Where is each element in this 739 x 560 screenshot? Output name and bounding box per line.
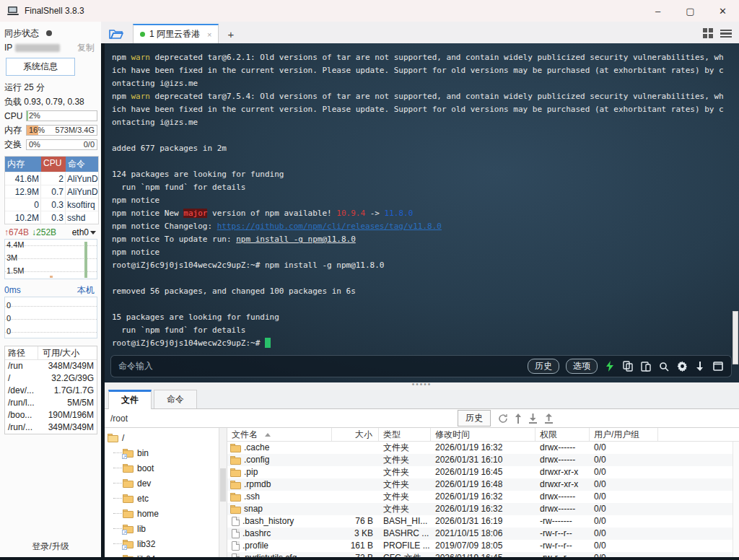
disk-table: 路径 可用/大小 /run348M/349M/32.2G/39G/dev/...… xyxy=(4,346,97,434)
window-mode-icon[interactable] xyxy=(712,361,724,372)
tree-item-lib32[interactable]: ↗lib32 xyxy=(108,536,219,551)
download-rate: ↓252B xyxy=(32,227,56,237)
load-label: 负载 0.93, 0.79, 0.38 xyxy=(4,95,99,109)
sidebar: 同步状态 IP 复制 系统信息 运行 25 分 负载 0.93, 0.79, 0… xyxy=(0,22,101,560)
file-row[interactable]: .profile161 BPROFILE ...2019/07/09 18:05… xyxy=(227,540,739,552)
process-header-cmd[interactable]: 命令 xyxy=(66,157,98,172)
file-column-header[interactable]: 修改时间 xyxy=(431,428,535,441)
process-row[interactable]: 41.6M2AliYunDu xyxy=(5,172,98,185)
terminal-scrollbar[interactable] xyxy=(733,311,738,364)
login-upgrade-link[interactable]: 登录/升级 xyxy=(0,541,101,553)
file-row[interactable]: .pip文件夹2026/01/19 16:45drwxr-xr-x0/0 xyxy=(227,466,739,478)
copy-ip-button[interactable]: 复制 xyxy=(77,42,95,54)
system-info-button[interactable]: 系统信息 xyxy=(6,58,75,76)
process-row[interactable]: 12.9M0.7AliYunDu xyxy=(5,185,98,198)
terminal-line: run `npm fund` for details xyxy=(112,324,739,337)
history-button[interactable]: 历史 xyxy=(528,359,559,374)
window-bottom-edge xyxy=(0,557,739,560)
parent-directory-icon[interactable] xyxy=(515,414,522,424)
search-icon[interactable] xyxy=(658,361,670,372)
disk-header-path[interactable]: 路径 xyxy=(5,346,38,359)
tab-close-icon[interactable]: × xyxy=(207,30,211,39)
terminal-line: npm notice xyxy=(112,194,739,207)
command-input[interactable]: 命令输入 xyxy=(118,360,153,372)
file-row[interactable]: .bashrc3 KBBASHRC ...2021/10/15 18:06-rw… xyxy=(227,528,739,540)
ip-label: IP xyxy=(4,43,12,53)
minimize-button[interactable]: – xyxy=(642,0,674,22)
terminal-line: npm notice To update run: npm install -g… xyxy=(112,233,739,246)
process-row[interactable]: 00.3ksoftirq xyxy=(5,198,98,211)
disk-row[interactable]: /run348M/349M xyxy=(5,360,97,372)
panel-splitter[interactable]: ••••• xyxy=(105,382,739,390)
layout-grid-icon[interactable] xyxy=(703,28,713,38)
terminal-line: npm warn deprecated tar@6.2.1: Old versi… xyxy=(112,51,739,64)
file-row[interactable]: .ssh文件夹2026/01/19 16:32drwx------0/0 xyxy=(227,491,739,503)
tree-item-dev[interactable]: dev xyxy=(108,476,219,491)
interface-selector[interactable]: eth0 xyxy=(72,227,96,237)
tree-item-boot[interactable]: boot xyxy=(108,460,219,476)
file-column-header[interactable]: 文件名 xyxy=(227,428,332,441)
file-row[interactable]: .config文件夹2026/01/31 16:10drwx------0/0 xyxy=(227,454,739,466)
terminal[interactable]: npm warn deprecated tar@6.2.1: Old versi… xyxy=(105,43,739,382)
tree-scrollbar[interactable] xyxy=(219,428,227,560)
process-table-header[interactable]: 内存 CPU 命令 xyxy=(5,157,98,172)
disk-row[interactable]: /dev/...1.7G/1.7G xyxy=(5,385,97,397)
path-history-button[interactable]: 历史 xyxy=(458,410,491,426)
file-column-header[interactable]: 类型 xyxy=(379,428,431,441)
file-table: 文件名大小类型修改时间权限用户/用户组 .cache文件夹2026/01/19 … xyxy=(227,428,739,560)
download-icon[interactable] xyxy=(528,414,538,424)
tab-commands[interactable]: 命令 xyxy=(154,390,197,408)
terminal-line: run `npm fund` for details xyxy=(112,181,739,194)
file-table-header[interactable]: 文件名大小类型修改时间权限用户/用户组 xyxy=(227,428,739,442)
net-graph-blip xyxy=(50,276,53,278)
disk-row[interactable]: /boo...190M/196M xyxy=(5,409,97,421)
disk-header-size[interactable]: 可用/大小 xyxy=(38,346,97,359)
file-row[interactable]: snap文件夹2026/01/19 16:32drwx------0/0 xyxy=(227,503,739,515)
file-row[interactable]: .cache文件夹2026/01/19 16:32drwx------0/0 xyxy=(227,442,739,454)
terminal-output: npm warn deprecated tar@6.2.1: Old versi… xyxy=(112,51,739,350)
mem-meter: 16% 573M/3.4G xyxy=(26,125,97,136)
tree-scrollbar-thumb[interactable] xyxy=(220,468,226,502)
file-table-scrollbar[interactable] xyxy=(733,442,739,560)
session-tab[interactable]: 1 阿里云香港 × xyxy=(133,24,219,43)
file-column-header[interactable]: 权限 xyxy=(535,428,590,441)
upload-rate: ↑674B xyxy=(4,227,29,237)
options-button[interactable]: 选项 xyxy=(566,359,598,374)
file-row[interactable]: .bash_history76 BBASH_HI...2026/01/31 16… xyxy=(227,515,739,528)
terminal-line: npm warn deprecated tar@7.5.4: Old versi… xyxy=(112,90,739,103)
file-icon xyxy=(232,541,240,551)
disk-row[interactable]: /run/l...5M/5M xyxy=(5,397,97,409)
tree-item-bin[interactable]: ↗bin xyxy=(108,445,219,460)
quick-command-icon[interactable] xyxy=(604,361,616,372)
file-row[interactable]: .rpmdb文件夹2026/01/19 16:48drwxr-xr-x0/0 xyxy=(227,478,739,491)
sync-status-dot xyxy=(46,30,52,36)
close-button[interactable]: ✕ xyxy=(707,0,739,22)
tree-item-etc[interactable]: etc xyxy=(108,491,219,506)
maximize-button[interactable]: ▢ xyxy=(674,0,707,22)
tree-item-lib[interactable]: ↗lib xyxy=(108,521,219,536)
menu-list-icon[interactable] xyxy=(720,28,732,40)
open-connections-button[interactable] xyxy=(105,25,127,43)
process-header-mem[interactable]: 内存 xyxy=(5,157,41,172)
tab-strip: 1 阿里云香港 × + xyxy=(101,22,739,43)
process-header-cpu[interactable]: CPU xyxy=(41,157,66,172)
file-column-header[interactable]: 大小 xyxy=(332,428,379,441)
new-tab-button[interactable]: + xyxy=(219,28,242,40)
folder-icon xyxy=(230,468,241,477)
disk-row[interactable]: /run/...349M/349M xyxy=(5,421,97,434)
paste-icon[interactable] xyxy=(640,361,652,372)
disk-row[interactable]: /32.2G/39G xyxy=(5,372,97,385)
settings-gear-icon[interactable] xyxy=(676,361,688,372)
process-row[interactable]: 10.2M0.3sshd xyxy=(5,211,98,224)
disk-table-header[interactable]: 路径 可用/大小 xyxy=(5,346,97,360)
refresh-icon[interactable] xyxy=(498,414,508,424)
upload-icon[interactable] xyxy=(544,414,554,424)
download-arrow-icon[interactable] xyxy=(694,361,706,372)
path-input[interactable]: /root xyxy=(105,414,458,424)
ping-target[interactable]: 本机 xyxy=(77,284,95,297)
copy-icon[interactable] xyxy=(622,361,634,372)
file-column-header[interactable]: 用户/用户组 xyxy=(590,428,658,441)
tab-files[interactable]: 文件 xyxy=(108,390,152,409)
tree-item-home[interactable]: home xyxy=(108,506,219,521)
tree-item-root[interactable]: / xyxy=(108,430,219,445)
